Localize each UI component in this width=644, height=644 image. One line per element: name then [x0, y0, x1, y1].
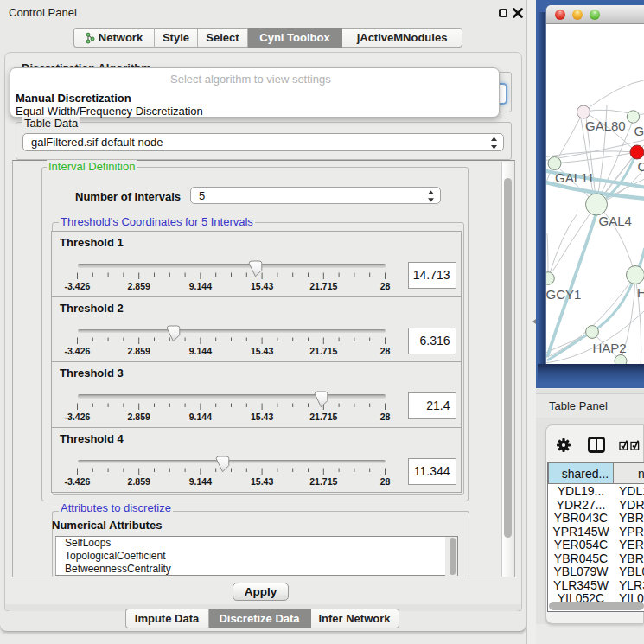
svg-text:HAP2: HAP2 [593, 341, 627, 355]
svg-text:C: C [638, 159, 644, 174]
svg-text:H: H [637, 285, 644, 300]
svg-text:GAL11: GAL11 [555, 170, 595, 185]
svg-text:G.: G. [634, 124, 644, 138]
svg-text:GAL80: GAL80 [585, 118, 626, 133]
svg-text:GCY1: GCY1 [546, 287, 581, 302]
svg-text:GAL4: GAL4 [599, 214, 632, 228]
